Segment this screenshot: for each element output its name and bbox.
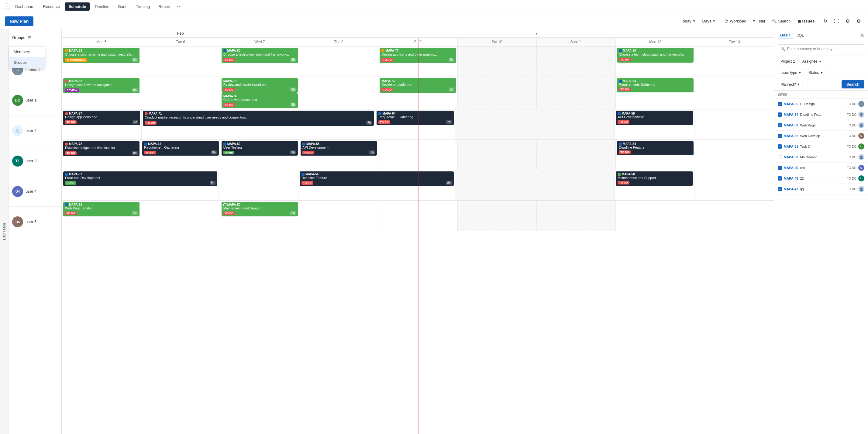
issue-item-51[interactable]: ✓ MAPA-51 Task 3 TO DO U [774,141,868,152]
resource-item-1[interactable]: DD user 1 [8,85,61,116]
resource-item-4[interactable]: U4 user 4 [8,176,61,207]
panel-close-btn[interactable]: ✕ [860,32,864,39]
task-card-53r5[interactable]: MAPA-53 Web Page Builder... TO DO 5h [63,202,140,216]
search-icon: 🔍 [772,19,777,23]
filter-planned[interactable]: Planned? ▼ [778,81,803,88]
task-card-73[interactable]: MAPA-73 Decide on platforms TO DO 8h [380,78,456,93]
tab-schedule[interactable]: Schedule [65,2,90,11]
task-card-77r2[interactable]: MAPA-77 Design app icons and TO DO 7h [63,111,140,125]
issues-button[interactable]: ▣ Issues [795,18,817,25]
issue-item-47[interactable]: ✓ MAPA-47 qq TO DO 👤 [774,184,868,194]
issue-status-48: TO DO [847,177,857,180]
task-card-58r3[interactable]: MAPA-58 API Development TO DO 8h [301,141,377,156]
cell-5-1 [141,200,220,231]
issue-title-51: Task 3 [800,145,845,148]
issue-item-48[interactable]: ✓ MAPA-48 22 TO DO U [774,173,868,184]
issue-item-52[interactable]: ✓ MAPA-52 Web Develop TO DO U [774,131,868,141]
task-card-78[interactable]: MAPA-78 Review and iterate based on... T… [222,78,298,93]
cell-2-4: MAPA-64 Requireme... Gathering TO DO 7h [375,110,455,140]
task-card-54r4[interactable]: MAPA-54 Deadline Feature TO DO 8h [300,172,454,186]
issue-link-52[interactable]: MAPA-52 [784,134,798,138]
issue-item-49[interactable]: ✓ MAPA-49 ww TO DO U [774,163,868,173]
issue-link-49[interactable]: MAPA-49 [784,166,798,169]
task-card-71[interactable]: MAPA-71 Conduct market research to under… [143,111,374,126]
calendar-row-3: MAPA-72 Establish budget and timelines f… [62,140,774,170]
tab-gantt[interactable]: Gantt [114,2,131,11]
issue-item-53[interactable]: ✓ MAPA-53 Web Page ... TO DO 👤 [774,120,868,131]
filter-project[interactable]: Project 1 [778,58,798,65]
resource-item-5[interactable]: U5 user 5 [8,207,61,237]
tab-dashboard[interactable]: Dashboard [11,2,38,11]
issue-link-51[interactable]: MAPA-51 [784,145,798,148]
tab-timeline[interactable]: Timeline [91,2,113,11]
search-submit-button[interactable]: Search [842,80,864,88]
today-button[interactable]: Today ▼ [678,18,698,25]
refresh-button[interactable]: ↻ [821,17,830,25]
nav-more-icon[interactable]: ⋯ [175,4,184,9]
tab-timelog[interactable]: Timelog [132,2,154,11]
issue-item-54[interactable]: ✓ MAPA-54 Deadline Fe... TO DO 👤 [774,110,868,120]
task-card-57[interactable]: MAPA-57 Front-end Development DONE 8h [63,172,217,186]
task-card[interactable]: MAPA-80 Choose a technology stack and fr… [222,48,298,63]
task-card[interactable]: MAPA-82 Design user flow and navigation.… [63,78,140,93]
filter-assignee[interactable]: Assignee ▼ [800,58,824,65]
search-input[interactable] [787,47,862,51]
resource-item-2[interactable]: ◇ user 2 [8,116,61,146]
task-card[interactable]: MAPA-80 Choose a technology stack and fr… [617,48,693,63]
resource-item-3[interactable]: TL user 3 [8,146,61,176]
cell-5-0: MAPA-53 Web Page Builder... TO DO 5h [62,200,141,231]
filter-status[interactable]: Status ▼ [806,69,826,76]
search-button[interactable]: 🔍 Search [770,18,793,25]
resource-header: Groups ☰ [8,29,61,46]
task-card[interactable]: MAPA-83 Choose a color scheme and design… [63,48,140,63]
dropdown-members[interactable]: Members [9,46,45,57]
task-card-50r5[interactable]: MAPA-50 Maintenance and Support TO DO 5h [222,202,298,216]
panel-tab-basic[interactable]: Basic [778,32,793,39]
day-mon5: Mon 5 [62,38,141,46]
new-plan-button[interactable]: New Plan [5,17,33,26]
settings-extra-button[interactable]: ⚙ [843,17,852,25]
filter-button[interactable]: ≡ Filter [751,18,768,25]
issue-link-50[interactable]: MAPA-50 [784,155,798,159]
issue-title-54: Deadline Fe... [800,113,845,116]
nav-collapse-btn[interactable]: ‹ [4,3,10,10]
task-card-64r3[interactable]: MAPA-64 Requireme... Gathering TO DO 8h [142,141,219,156]
task-card-72[interactable]: MAPA-72 Establish budget and timelines f… [63,141,140,156]
panel-tab-jql[interactable]: JQL [795,32,807,39]
issue-link-54[interactable]: MAPA-54 [784,113,798,116]
task-card-58r2[interactable]: MAPA-58 API Development TO DO [616,111,693,125]
workload-button[interactable]: ⏱ Workload [722,18,749,25]
issue-link-47[interactable]: MAPA-47 [784,187,798,191]
task-card-74[interactable]: MAPA-74 Create wireframes and TO DO 4h [222,93,298,108]
task-card-50r4[interactable]: MAPA-50 Maintenance and Support TO DO [616,172,693,186]
task-card-59[interactable]: MAPA-59 User Testing DONE 8h [222,141,298,156]
calendar-row-2: MAPA-77 Design app icons and TO DO 7h MA… [62,110,774,140]
task-card-54r3[interactable]: MAPA-54 Deadline Feature TO DO [617,141,693,155]
issue-status-54: TO DO [847,113,857,116]
dropdown-groups[interactable]: Groups [9,57,45,68]
task-card-64r2[interactable]: MAPA-64 Requireme... Gathering TO DO 7h [377,111,454,125]
main-area: Dev Team Groups ☰ Members Groups S samur… [0,29,868,434]
tab-resource[interactable]: Resource [39,2,64,11]
cell-5-7 [615,200,694,231]
task-card[interactable]: MAPA-77 Design app icons and other graph… [380,48,456,63]
planned-chevron-icon: ▼ [797,83,800,86]
task-card-64r1[interactable]: MAPA-64 Requirements Gathering TO DO [617,78,693,92]
issue-item-55[interactable]: ✓ MAPA-55 UI Design TO DO [774,99,868,110]
issue-link-53[interactable]: MAPA-53 [784,123,798,127]
tab-report[interactable]: Report [155,2,174,11]
filter-groups-icon[interactable]: ☰ [28,35,32,40]
gear-button[interactable]: ⚙ [854,17,863,25]
issue-avatar-54: 👤 [858,112,864,118]
workload-icon: ⏱ [724,19,728,24]
issue-link-48[interactable]: MAPA-48 [784,177,798,180]
filter-issue-type[interactable]: Issue type ▼ [778,69,804,76]
avatar-3: TL [12,156,23,166]
fullscreen-button[interactable]: ⛶ [832,17,841,25]
issue-link-55[interactable]: MAPA-55 [784,102,798,106]
calendar-row-1: MAPA-82 Design user flow and navigation.… [62,77,774,110]
resource-name-1: user 1 [26,98,36,102]
status-filter-label: Status [809,70,819,75]
days-button[interactable]: Days ▼ [700,18,718,25]
issue-item-50[interactable]: + MAPA-50 Maintenanc... TO DO 👤 [774,152,868,163]
